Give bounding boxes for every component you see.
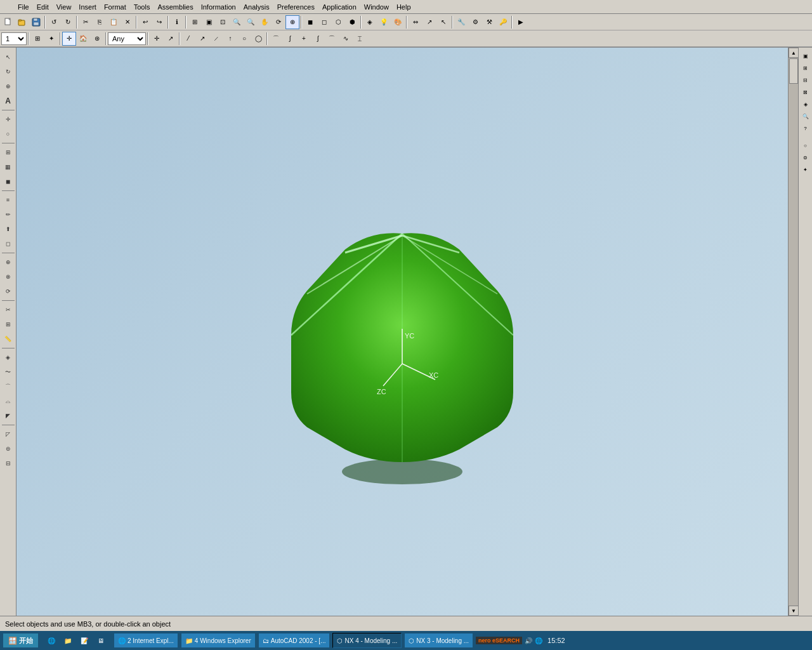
snap-end[interactable]: ↗: [164, 32, 178, 46]
lt-transform[interactable]: ⊗: [1, 270, 15, 284]
rt-btn-5[interactable]: ◈: [800, 98, 811, 110]
menu-file[interactable]: File: [14, 2, 33, 12]
lt-circle[interactable]: ○: [1, 127, 15, 141]
sketch-btn1[interactable]: ⌒: [269, 32, 283, 46]
lt-trim[interactable]: ✂: [1, 303, 15, 317]
scroll-up-arrow[interactable]: ▲: [789, 48, 799, 58]
curve-btn3[interactable]: ⟋: [209, 32, 223, 46]
taskbar-explorer[interactable]: 📁 4 Windows Explorer: [181, 633, 256, 648]
tb-right-5[interactable]: ⚙: [468, 15, 482, 29]
tb-right-2[interactable]: ↗: [422, 15, 436, 29]
taskbar-quick4[interactable]: 🖥: [94, 633, 108, 647]
viewport[interactable]: YC XC ZC: [16, 48, 788, 616]
curve-btn4[interactable]: ↑: [223, 32, 237, 46]
menu-analysis[interactable]: Analysis: [240, 2, 273, 12]
undo-button[interactable]: ↺: [47, 15, 61, 29]
start-button[interactable]: 🪟 开始: [3, 633, 39, 648]
curve-btn1[interactable]: ∕: [181, 32, 195, 46]
wcs-btn3[interactable]: ⊛: [90, 32, 104, 46]
lt-zoom[interactable]: ⊕: [1, 79, 15, 93]
sketch-btn4[interactable]: ∫: [311, 32, 325, 46]
rt-btn-7[interactable]: ?: [800, 123, 811, 134]
lt-extrude[interactable]: ⬆: [1, 222, 15, 236]
wcs-btn2[interactable]: 🏠: [76, 32, 90, 46]
tb-right-4[interactable]: 🔧: [454, 15, 468, 29]
lt-text[interactable]: A: [1, 94, 15, 108]
zoom-out-button[interactable]: 🔍: [244, 15, 258, 29]
rt-btn-4[interactable]: ⊠: [800, 86, 811, 98]
lt-blend[interactable]: ⌒: [1, 380, 15, 394]
view-btn1[interactable]: ⊞: [188, 15, 202, 29]
new-button[interactable]: [1, 15, 15, 29]
taskbar-nx3[interactable]: ⬡ NX 3 - Modeling ...: [404, 633, 473, 648]
menu-preferences[interactable]: Preferences: [273, 2, 318, 12]
material-btn[interactable]: 🎨: [391, 15, 405, 29]
menu-help[interactable]: Help: [393, 2, 415, 12]
taskbar-quick1[interactable]: 🌐: [44, 633, 58, 647]
menu-application[interactable]: Application: [318, 2, 360, 12]
save-button[interactable]: [29, 15, 43, 29]
zoom-in-button[interactable]: 🔍: [230, 15, 244, 29]
snap-btn2[interactable]: ✦: [44, 32, 58, 46]
view-btn2[interactable]: ▣: [202, 15, 216, 29]
rt-btn-3[interactable]: ⊟: [800, 74, 811, 86]
lt-table[interactable]: ▦: [1, 160, 15, 174]
tb-right-6[interactable]: ⚒: [482, 15, 496, 29]
lt-rotate[interactable]: ↻: [1, 65, 15, 79]
curve-btn5[interactable]: ○: [237, 32, 251, 46]
wcs-btn1[interactable]: ✛: [62, 32, 76, 46]
rt-btn-2[interactable]: ⊞: [800, 62, 811, 74]
view-btn3[interactable]: ⊡: [216, 15, 230, 29]
open-button[interactable]: [15, 15, 29, 29]
lt-feature[interactable]: ◈: [1, 350, 15, 364]
fit-button[interactable]: ⊕: [285, 15, 299, 29]
tb-right-3[interactable]: ↖: [436, 15, 450, 29]
menu-format[interactable]: Format: [100, 2, 130, 12]
lt-thicken[interactable]: ⊟: [1, 456, 15, 470]
layer-select[interactable]: 1: [1, 32, 27, 45]
shade-btn2[interactable]: ◻: [317, 15, 331, 29]
light-btn[interactable]: 💡: [377, 15, 391, 29]
lt-select[interactable]: ↖: [1, 50, 15, 64]
sketch-btn7[interactable]: ⌶: [353, 32, 367, 46]
render-btn[interactable]: ◈: [363, 15, 377, 29]
undo2-button[interactable]: ↩: [138, 15, 152, 29]
taskbar-ie[interactable]: 🌐 2 Internet Expl...: [114, 633, 178, 648]
lt-grid[interactable]: ⊞: [1, 145, 15, 159]
shade-btn1[interactable]: ◼: [303, 15, 317, 29]
sketch-btn3[interactable]: +: [297, 32, 311, 46]
delete-button[interactable]: ✕: [121, 15, 134, 29]
tb-right-8[interactable]: ▶: [514, 15, 528, 29]
rt-btn-9[interactable]: ⊜: [800, 152, 811, 163]
redo2-button[interactable]: ↪: [152, 15, 166, 29]
shade-btn3[interactable]: ⬡: [331, 15, 345, 29]
rt-btn-1[interactable]: ▣: [800, 50, 811, 62]
wire-btn[interactable]: ⬢: [345, 15, 359, 29]
rotate-view-button[interactable]: ⟳: [272, 15, 285, 29]
redo-button[interactable]: ↻: [61, 15, 75, 29]
tb-right-1[interactable]: ⇔: [409, 15, 422, 29]
tray-icon2[interactable]: 🌐: [535, 637, 542, 644]
cut-button[interactable]: ✂: [79, 15, 93, 29]
lt-shell[interactable]: ◻: [1, 237, 15, 251]
info-button[interactable]: ℹ: [170, 15, 184, 29]
taskbar-quick2[interactable]: 📁: [61, 633, 75, 647]
menu-tools[interactable]: Tools: [130, 2, 154, 12]
lt-chamfer[interactable]: ◤: [1, 409, 15, 423]
menu-insert[interactable]: Insert: [75, 2, 100, 12]
menu-edit[interactable]: Edit: [33, 2, 53, 12]
lt-sweep[interactable]: ⟳: [1, 284, 15, 298]
menu-window[interactable]: Window: [360, 2, 393, 12]
taskbar-quick3[interactable]: 📝: [77, 633, 91, 647]
curve-btn6[interactable]: ◯: [251, 32, 265, 46]
scroll-down-arrow[interactable]: ▼: [789, 606, 799, 616]
curve-btn2[interactable]: ↗: [195, 32, 209, 46]
sketch-btn6[interactable]: ∿: [339, 32, 353, 46]
taskbar-autocad[interactable]: 🗂 AutoCAD 2002 - [...: [258, 633, 331, 648]
lt-sketch[interactable]: ✏: [1, 208, 15, 222]
pan-button[interactable]: ✋: [258, 15, 272, 29]
rt-btn-6[interactable]: 🔍: [800, 110, 811, 122]
menu-assemblies[interactable]: Assemblies: [154, 2, 197, 12]
sketch-btn5[interactable]: ⌒: [325, 32, 339, 46]
tray-icon1[interactable]: 🔊: [525, 637, 532, 644]
